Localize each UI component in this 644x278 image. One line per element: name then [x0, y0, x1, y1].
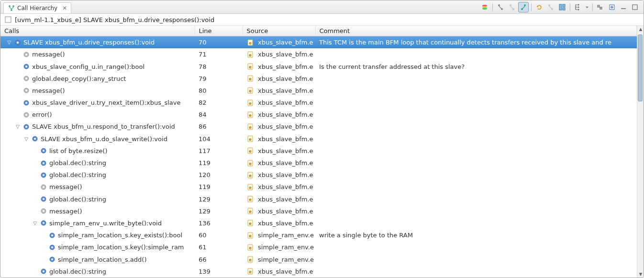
caller-hierarchy-button[interactable]: [507, 2, 517, 12]
table-row[interactable]: simple_ram_location_s.key():simple_ram61…: [0, 241, 637, 253]
tab-call-hierarchy[interactable]: Call Hierarchy ✕: [3, 2, 71, 13]
vertical-scrollbar[interactable]: ▲ ▼: [637, 26, 644, 278]
line-cell: 139: [195, 266, 243, 278]
comment-cell: [315, 253, 637, 265]
source-label: simple_ram_env.e: [258, 232, 314, 239]
table-row[interactable]: message()80xbus_slave_bfm.e: [0, 85, 637, 97]
call-label: global.deep_copy():any_struct: [32, 75, 126, 82]
source-label: xbus_slave_bfm.e: [258, 208, 313, 215]
comment-cell: [315, 48, 637, 60]
line-cell: 71: [195, 48, 243, 60]
line-cell: 84: [195, 109, 243, 121]
source-label: xbus_slave_bfm.e: [258, 147, 313, 155]
line-cell: 119: [195, 181, 243, 193]
table-row[interactable]: global.dec():string139xbus_slave_bfm.e: [0, 266, 637, 278]
table-row[interactable]: global.deep_copy():any_struct79xbus_slav…: [0, 73, 637, 85]
close-icon[interactable]: ✕: [62, 5, 67, 11]
call-hierarchy-icon: [8, 4, 15, 12]
source-label: xbus_slave_bfm.e: [258, 171, 313, 178]
view-menu-button[interactable]: [584, 2, 590, 12]
file-icon: [246, 147, 254, 155]
method-public-icon: [40, 171, 47, 179]
caller-hierarchy-toggled[interactable]: [518, 2, 529, 12]
table-row[interactable]: xbus_slave_config_u.in_range():bool78xbu…: [0, 60, 637, 72]
call-label: xbus_slave_driver_u.try_next_item():xbus…: [32, 99, 180, 106]
table-row[interactable]: ▽SLAVE xbus_bfm_u.respond_to_transfer():…: [0, 121, 637, 133]
separator: [531, 3, 532, 11]
table-row[interactable]: ▽SLAVE xbus_bfm_u.do_slave_write():void1…: [0, 133, 637, 145]
table-row[interactable]: global.dec():string120xbus_slave_bfm.e: [0, 169, 637, 181]
line-cell: 86: [195, 121, 243, 133]
call-label: SLAVE xbus_bfm_u.drive_responses():void: [23, 39, 155, 46]
scroll-down-arrow[interactable]: ▼: [637, 271, 644, 278]
method-public-icon: [14, 39, 22, 46]
tree-twisty[interactable]: ▽: [23, 136, 29, 142]
table-row[interactable]: global.dec():string129xbus_slave_bfm.e: [0, 193, 637, 205]
line-cell: 104: [195, 133, 243, 145]
line-cell: 129: [195, 205, 243, 217]
line-cell: 119: [195, 157, 243, 169]
scroll-thumb[interactable]: [638, 34, 643, 101]
filter-button[interactable]: [545, 2, 556, 12]
line-cell: 82: [195, 97, 243, 109]
source-label: xbus_slave_bfm.e: [258, 51, 313, 58]
minimize-view-button[interactable]: [618, 2, 629, 12]
comment-cell: [315, 133, 637, 145]
table-row[interactable]: simple_ram_location_s.key_exists():bool6…: [0, 229, 637, 241]
source-label: xbus_slave_bfm.e: [258, 220, 313, 227]
layout-button[interactable]: [557, 2, 567, 12]
call-label: simple_ram_location_s.key_exists():bool: [58, 232, 182, 239]
call-label: SLAVE xbus_bfm_u.do_slave_write():void: [41, 135, 167, 143]
col-header-calls[interactable]: Calls: [0, 26, 195, 36]
file-icon: [246, 171, 254, 179]
table-row[interactable]: ▽simple_ram_env_u.write_byte():void136xb…: [0, 217, 637, 229]
source-label: xbus_slave_bfm.e: [258, 159, 313, 167]
file-icon: [246, 195, 254, 203]
expand-all-button[interactable]: [607, 2, 617, 12]
source-label: xbus_slave_bfm.e: [258, 268, 313, 275]
table-row[interactable]: list of byte.resize()117xbus_slave_bfm.e: [0, 145, 637, 157]
table-row[interactable]: message()71xbus_slave_bfm.e: [0, 48, 637, 60]
tree-twisty[interactable]: ▽: [6, 40, 12, 45]
separator: [570, 3, 570, 11]
collapse-all-button[interactable]: [595, 2, 606, 12]
tree-twisty[interactable]: ▽: [15, 124, 21, 129]
level-button[interactable]: [479, 2, 490, 12]
col-header-comment[interactable]: Comment: [315, 26, 637, 36]
col-header-line[interactable]: Line: [195, 26, 243, 36]
caller-icon-disabled: [508, 3, 516, 11]
col-header-source[interactable]: Source: [243, 26, 315, 36]
source-label: xbus_slave_bfm.e: [258, 135, 313, 143]
comment-cell: [315, 73, 637, 85]
table-row[interactable]: message()129xbus_slave_bfm.e: [0, 205, 637, 217]
file-icon: [246, 207, 254, 215]
level-icon: [481, 3, 489, 11]
comment-cell: write a single byte to the RAM: [315, 229, 637, 241]
source-label: xbus_slave_bfm.e: [258, 75, 313, 82]
table-row[interactable]: global.dec():string119xbus_slave_bfm.e: [0, 157, 637, 169]
table-row[interactable]: message()119xbus_slave_bfm.e: [0, 181, 637, 193]
table-row[interactable]: error()84xbus_slave_bfm.e: [0, 109, 637, 121]
source-label: xbus_slave_bfm.e: [258, 111, 313, 118]
method-icon: [40, 207, 47, 215]
maximize-view-button[interactable]: [630, 2, 640, 12]
file-icon: [246, 99, 254, 107]
table-row[interactable]: xbus_slave_driver_u.try_next_item():xbus…: [0, 97, 637, 109]
line-cell: 136: [195, 217, 243, 229]
table-row[interactable]: simple_ram_location_s.add()66simple_ram_…: [0, 253, 637, 265]
call-label: xbus_slave_config_u.in_range():bool: [32, 63, 144, 70]
table-row[interactable]: ▽SLAVE xbus_bfm_u.drive_responses():void…: [0, 36, 637, 49]
source-label: xbus_slave_bfm.e: [258, 183, 313, 190]
refresh-icon: [535, 3, 543, 11]
comment-cell: [315, 97, 637, 109]
line-cell: 66: [195, 253, 243, 265]
tree-twisty[interactable]: ▽: [32, 221, 38, 226]
call-label: simple_ram_location_s.add(): [58, 256, 147, 263]
refresh-button[interactable]: [534, 2, 544, 12]
scroll-up-arrow[interactable]: ▲: [637, 26, 644, 33]
comment-cell: [315, 205, 637, 217]
file-icon: [246, 135, 254, 143]
tree-view-button[interactable]: [573, 2, 583, 12]
callee-hierarchy-button[interactable]: [495, 2, 506, 12]
file-icon: [246, 111, 254, 119]
